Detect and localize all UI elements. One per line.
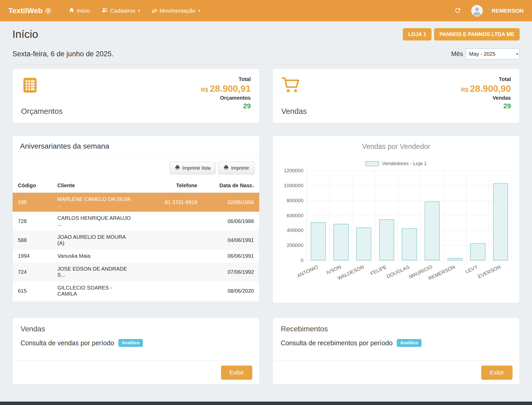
analitico-badge: Analítico xyxy=(118,339,143,347)
chevron-down-icon: ▾ xyxy=(138,8,140,13)
gridline xyxy=(352,171,352,260)
company-badge[interactable]: PANNOS E PANNOS LTDA ME xyxy=(434,28,520,40)
refresh-icon xyxy=(454,11,461,15)
users-icon xyxy=(102,7,108,14)
printer-icon xyxy=(224,165,229,171)
y-tick-label: 200000 xyxy=(287,242,303,248)
birthdays-panel: Aniversariantes da semana Imprimir lista… xyxy=(12,135,259,303)
avatar[interactable] xyxy=(471,5,483,17)
table-row[interactable]: 1994Vanuska Maia06/06/1991 xyxy=(13,250,259,262)
gridline xyxy=(307,216,512,216)
gridline xyxy=(512,171,512,260)
gridline xyxy=(307,186,512,186)
store-badge[interactable]: LOJA 1 xyxy=(403,28,431,40)
cell-cliente: GILCLECIO SOARES - CAMILA xyxy=(52,281,137,300)
orcamentos-count: 29 xyxy=(201,102,251,110)
y-tick-label: 600000 xyxy=(287,213,303,219)
username[interactable]: REMERSON xyxy=(492,8,524,14)
cell-telefone xyxy=(137,281,203,300)
gridline xyxy=(307,171,512,171)
cell-codigo: 1994 xyxy=(13,250,52,262)
refresh-button[interactable] xyxy=(453,6,462,16)
chart-bar-everson xyxy=(493,183,508,260)
cell-cliente: Vanuska Maia xyxy=(52,250,137,262)
vendas-report-title: Vendas xyxy=(13,318,259,333)
cell-codigo: 950 xyxy=(13,300,52,303)
month-select[interactable]: May - 2025 xyxy=(466,48,520,59)
orcamentos-card: Orçamentos Total R$28.900,91 Orçamentos … xyxy=(12,69,259,123)
chart-area: 020000040000060000080000010000001200000 … xyxy=(273,171,519,286)
chart-bar-remerson xyxy=(448,258,463,260)
gridline xyxy=(398,171,398,260)
nav-movimentacao[interactable]: ⇄ Movimentação ▾ xyxy=(152,8,200,14)
cell-cliente: MARLENE CAMELO DA SILVA ... xyxy=(52,193,137,212)
sales-by-seller-panel: Vendas por Vendedor Vendedores - Loja 1 … xyxy=(273,135,520,303)
cell-nascimento: 02/06/2023 xyxy=(203,300,259,303)
cell-nascimento: 02/06/1956 xyxy=(203,193,259,212)
y-axis: 020000040000060000080000010000001200000 xyxy=(280,171,307,261)
brand[interactable]: TextilWeb ? xyxy=(8,7,51,15)
cart-icon xyxy=(281,76,307,95)
cell-nascimento: 06/06/1988 xyxy=(203,212,259,231)
x-tick-label: LEVY xyxy=(465,264,479,275)
recebimentos-report-title: Recebimentos xyxy=(273,318,519,333)
brand-label: TextilWeb xyxy=(8,7,43,15)
vendas-card: Vendas Total R$28.900,90 Vendas 29 xyxy=(273,69,520,123)
table-row[interactable]: 724JOSE EDSON DE ANDRADE S...07/06/1992 xyxy=(13,262,259,281)
y-tick-label: 800000 xyxy=(287,198,303,204)
chart-plot xyxy=(307,171,512,261)
cell-codigo: 588 xyxy=(13,231,52,250)
page-title: Início xyxy=(12,28,38,40)
transfer-icon: ⇄ xyxy=(152,8,157,14)
print-button[interactable]: Imprimir xyxy=(218,162,254,174)
cell-telefone xyxy=(137,212,203,231)
x-tick-label: IVSON xyxy=(325,264,342,276)
nav-inicio[interactable]: Início xyxy=(69,7,90,14)
col-header-cliente: Cliente xyxy=(52,179,137,193)
help-icon[interactable]: ? xyxy=(45,8,51,14)
orcamentos-count-label: Orçamentos xyxy=(201,95,251,101)
birthdays-table: Código Cliente Telefone Data de Nasc. 19… xyxy=(13,179,259,303)
cell-nascimento: 08/06/2020 xyxy=(203,281,259,300)
cell-codigo: 724 xyxy=(13,262,52,281)
cell-cliente: JOAO AURELIO DE MOURA (A) xyxy=(52,231,137,250)
orcamentos-total-value: R$28.900,91 xyxy=(201,83,251,94)
vendas-label: Vendas xyxy=(281,107,307,116)
table-row[interactable]: 950MATHEUS FELIPE FERREIRA ...02/06/2023 xyxy=(13,300,259,303)
exibir-recebimentos-button[interactable]: Exibir xyxy=(481,366,513,380)
chevron-down-icon: ▾ xyxy=(198,8,200,13)
col-header-telefone: Telefone xyxy=(137,179,203,193)
gridline xyxy=(375,171,375,260)
x-axis: ANTONIOIVSONWALDESONFELIPEDOUGLASMAURICI… xyxy=(307,261,512,286)
exibir-vendas-button[interactable]: Exibir xyxy=(221,366,252,380)
table-row[interactable]: 195MARLENE CAMELO DA SILVA ...81 3731-89… xyxy=(13,193,259,212)
gridline xyxy=(307,201,512,201)
cell-cliente: CARLOS HENRIQUE ARAUJO ... xyxy=(52,212,137,231)
chart-bar-waldeson xyxy=(356,227,371,260)
gridline xyxy=(420,171,421,260)
total-label: Total xyxy=(201,76,251,82)
main-nav: Início Cadastros ▾ ⇄ Movimentação ▾ xyxy=(69,7,200,14)
gridline xyxy=(489,171,489,260)
cell-telefone xyxy=(137,262,203,281)
vendas-report-card: Vendas Consulta de vendas por período An… xyxy=(12,318,259,385)
vendas-count: 29 xyxy=(461,102,511,110)
cell-cliente: JOSE EDSON DE ANDRADE S... xyxy=(52,262,137,281)
print-list-button[interactable]: Imprimir lista xyxy=(170,162,216,174)
top-navbar: TextilWeb ? Início Cadastros ▾ ⇄ Movimen… xyxy=(0,0,532,21)
gridline xyxy=(443,171,444,260)
calculator-icon xyxy=(21,76,63,95)
chart-bar-ivson xyxy=(333,224,348,260)
print-list-label: Imprimir lista xyxy=(182,165,211,171)
recebimentos-report-text: Consulta de recebimentos por período xyxy=(281,339,393,347)
chart-legend[interactable]: Vendedores - Loja 1 xyxy=(273,161,519,166)
nav-movimentacao-label: Movimentação xyxy=(159,8,195,14)
nav-inicio-label: Início xyxy=(77,8,90,14)
orcamentos-label: Orçamentos xyxy=(21,107,63,116)
table-row[interactable]: 615GILCLECIO SOARES - CAMILA08/06/2020 xyxy=(13,281,259,300)
nav-cadastros[interactable]: Cadastros ▾ xyxy=(102,7,140,14)
chart-bar-antonio xyxy=(311,222,326,260)
gridline xyxy=(329,171,330,260)
table-row[interactable]: 728CARLOS HENRIQUE ARAUJO ...06/06/1988 xyxy=(13,212,259,231)
table-row[interactable]: 588JOAO AURELIO DE MOURA (A)04/06/1991 xyxy=(13,231,259,250)
